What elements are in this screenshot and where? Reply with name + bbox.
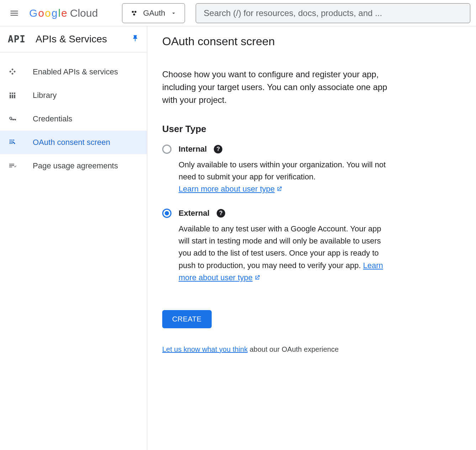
radio-internal-label: Internal [179, 145, 207, 154]
project-picker[interactable]: GAuth [122, 3, 185, 23]
project-name: GAuth [143, 9, 165, 18]
sidebar-item-enabled-apis[interactable]: Enabled APIs & services [0, 60, 147, 84]
feedback-text: Let us know what you think about our OAu… [162, 345, 461, 354]
sidebar-item-library[interactable]: Library [0, 84, 147, 107]
hamburger-menu-button[interactable] [6, 5, 23, 22]
diamond-icon [8, 67, 17, 77]
chevron-down-icon [170, 10, 177, 16]
user-type-internal-row: Internal ? [162, 145, 461, 154]
sidebar-nav: Enabled APIs & services Library Credenti… [0, 52, 147, 178]
project-icon [130, 9, 138, 17]
page-title: OAuth consent screen [162, 35, 461, 48]
user-type-heading: User Type [162, 124, 461, 135]
internal-description: Only available to users within your orga… [179, 159, 392, 196]
create-button[interactable]: CREATE [162, 310, 212, 328]
hamburger-icon [9, 8, 19, 18]
agreement-icon [8, 161, 17, 171]
sidebar-title: APIs & Services [36, 33, 121, 45]
pin-button[interactable] [131, 35, 139, 44]
main-content: OAuth consent screen Choose how you want… [147, 26, 476, 450]
help-external-button[interactable]: ? [217, 209, 225, 218]
google-cloud-logo[interactable]: Google Cloud [29, 7, 98, 19]
svg-point-2 [133, 13, 135, 15]
radio-external[interactable] [162, 209, 171, 218]
feedback-link[interactable]: Let us know what you think [162, 345, 248, 353]
search-box[interactable] [196, 3, 470, 23]
sidebar-item-label: Enabled APIs & services [33, 67, 118, 77]
sidebar-item-label: Library [33, 91, 57, 100]
help-internal-button[interactable]: ? [214, 145, 222, 153]
external-link-icon [276, 184, 282, 196]
external-description: Available to any test user with a Google… [179, 223, 392, 284]
pin-icon [131, 35, 139, 42]
api-badge: API [8, 34, 26, 45]
svg-point-0 [132, 11, 134, 12]
top-header: Google Cloud GAuth [0, 0, 476, 26]
sidebar-item-page-usage[interactable]: Page usage agreements [0, 154, 147, 178]
radio-external-label: External [179, 209, 210, 218]
sidebar: API APIs & Services Enabled APIs & servi… [0, 26, 147, 450]
radio-internal[interactable] [162, 145, 171, 154]
sidebar-item-label: Credentials [33, 114, 72, 124]
library-icon [8, 91, 17, 100]
search-input[interactable] [204, 8, 462, 18]
intro-text: Choose how you want to configure and reg… [162, 68, 397, 106]
logo-cloud-text: Cloud [70, 7, 98, 19]
svg-point-1 [134, 11, 137, 12]
sidebar-section-header: API APIs & Services [0, 26, 147, 52]
sidebar-item-oauth-consent[interactable]: OAuth consent screen [0, 131, 147, 154]
external-link-icon [254, 272, 260, 284]
consent-icon [8, 138, 17, 147]
learn-more-internal-link[interactable]: Learn more about user type [179, 184, 282, 193]
sidebar-item-label: OAuth consent screen [33, 138, 110, 147]
key-icon [8, 114, 17, 124]
sidebar-item-label: Page usage agreements [33, 161, 118, 171]
user-type-external-row: External ? [162, 209, 461, 218]
sidebar-item-credentials[interactable]: Credentials [0, 107, 147, 131]
